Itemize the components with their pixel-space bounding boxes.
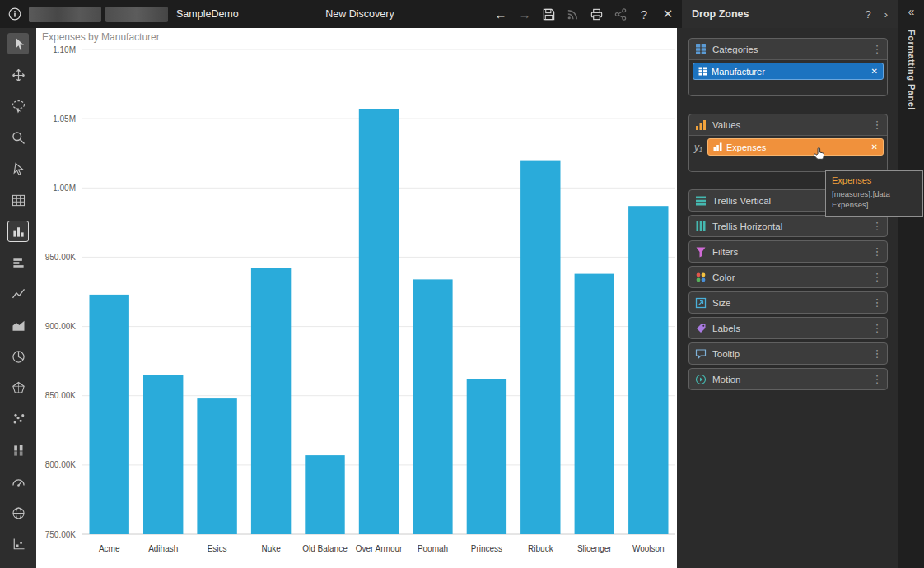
- share-icon[interactable]: [613, 7, 628, 21]
- bar-ribuck[interactable]: [520, 161, 560, 534]
- dropzone-values-header[interactable]: Values⋮: [689, 114, 887, 135]
- chart-canvas[interactable]: Expenses by Manufacturer 1.10M1.05M1.00M…: [36, 28, 677, 568]
- dropzone-size[interactable]: Size⋮: [688, 291, 888, 314]
- kebab-menu-icon[interactable]: ⋮: [871, 347, 883, 360]
- formatting-panel-strip[interactable]: « Formatting Panel: [898, 0, 924, 568]
- dropzones-collapse-icon[interactable]: ›: [884, 8, 888, 21]
- hand-cursor-icon: [811, 146, 827, 165]
- dropzone-color-header[interactable]: Color⋮: [689, 267, 887, 287]
- tooltip-field-name: Expenses: [832, 175, 917, 185]
- x-axis-label: Woolson: [632, 544, 665, 553]
- chip-expenses[interactable]: Expenses✕: [707, 138, 884, 156]
- tool-column-chart-icon[interactable]: [7, 440, 29, 461]
- bar-slicenger[interactable]: [575, 274, 614, 534]
- dropzone-categories[interactable]: Categories⋮Manufacturer✕: [688, 38, 888, 96]
- dropzone-tooltip[interactable]: Tooltip⋮: [688, 342, 888, 365]
- bar-adihash[interactable]: [143, 375, 183, 535]
- dropzone-labels-header[interactable]: Labels⋮: [689, 318, 887, 338]
- bar-acme[interactable]: [90, 295, 129, 534]
- manufacturer-chip-icon: [698, 67, 707, 76]
- field-tooltip: Expenses [measures].[data Expenses]: [825, 170, 923, 217]
- dropzone-color[interactable]: Color⋮: [688, 266, 888, 288]
- tool-radar-chart-icon[interactable]: [7, 377, 29, 398]
- chip-close-icon[interactable]: ✕: [871, 67, 878, 76]
- tool-lasso-icon[interactable]: [7, 95, 29, 117]
- save-icon[interactable]: [541, 7, 556, 21]
- filters-icon: [695, 246, 707, 258]
- x-axis-label: Ribuck: [528, 544, 554, 553]
- tool-area-chart-icon[interactable]: [7, 314, 29, 336]
- kebab-menu-icon[interactable]: ⋮: [871, 245, 883, 258]
- redacted-text: [105, 7, 168, 22]
- kebab-menu-icon[interactable]: ⋮: [871, 43, 883, 55]
- kebab-menu-icon[interactable]: ⋮: [871, 373, 883, 385]
- tool-row-chart-icon[interactable]: [7, 252, 29, 273]
- bar-chart: 1.10M1.05M1.00M950.00K900.00K850.00K800.…: [36, 28, 677, 568]
- dropzones-help-icon[interactable]: ?: [865, 8, 870, 21]
- expand-left-icon[interactable]: «: [908, 5, 915, 18]
- dropzone-labels[interactable]: Labels⋮: [688, 317, 888, 339]
- back-icon[interactable]: ←: [493, 7, 508, 21]
- broadcast-icon[interactable]: [565, 7, 580, 21]
- tool-gauge-chart-icon[interactable]: [7, 471, 29, 492]
- tool-move-icon[interactable]: [7, 64, 29, 86]
- kebab-menu-icon[interactable]: ⋮: [871, 296, 883, 309]
- bar-over-armour[interactable]: [359, 109, 399, 534]
- categories-icon: [695, 44, 707, 55]
- tool-line-chart-icon[interactable]: [7, 283, 29, 305]
- kebab-menu-icon[interactable]: ⋮: [871, 220, 883, 232]
- forward-icon[interactable]: →: [517, 7, 532, 21]
- dropzone-motion-header[interactable]: Motion⋮: [689, 369, 887, 389]
- tool-grid-icon[interactable]: [7, 189, 29, 211]
- y-axis-tick-label: 1.10M: [53, 45, 76, 54]
- dropzone-label: Trellis Horizontal: [712, 221, 866, 231]
- dropzone-label: Values: [712, 120, 866, 130]
- chip-manufacturer[interactable]: Manufacturer✕: [693, 63, 884, 80]
- dropzone-tooltip-header[interactable]: Tooltip⋮: [689, 343, 887, 364]
- tool-scatter-chart-icon[interactable]: [7, 408, 29, 430]
- tool-select-icon[interactable]: [7, 33, 29, 54]
- tooltip-icon: [695, 348, 707, 360]
- dropzone-filters[interactable]: Filters⋮: [688, 240, 888, 263]
- document-title: New Discovery: [325, 8, 394, 20]
- tool-zoom-icon[interactable]: [7, 127, 29, 148]
- x-axis-label: Princess: [471, 544, 502, 553]
- kebab-menu-icon[interactable]: ⋮: [871, 271, 883, 283]
- dropzone-size-header[interactable]: Size⋮: [689, 292, 887, 313]
- bar-princess[interactable]: [467, 379, 506, 535]
- tool-bar-chart-icon[interactable]: [7, 221, 29, 242]
- help-icon[interactable]: ?: [637, 7, 651, 21]
- tool-pointer-icon[interactable]: [7, 158, 29, 179]
- y-axis-tick-label: 850.00K: [45, 391, 77, 400]
- y-axis-tick-label: 1.05M: [53, 114, 76, 123]
- bar-old-balance[interactable]: [305, 455, 344, 534]
- y-axis-tick-label: 900.00K: [45, 322, 77, 331]
- bar-woolson[interactable]: [628, 206, 668, 534]
- info-icon[interactable]: [7, 7, 22, 21]
- tool-map-chart-icon[interactable]: [7, 502, 29, 524]
- bar-esics[interactable]: [197, 398, 236, 534]
- kebab-menu-icon[interactable]: ⋮: [871, 322, 883, 334]
- dropzone-filters-header[interactable]: Filters⋮: [689, 241, 887, 262]
- dropzone-motion[interactable]: Motion⋮: [688, 368, 888, 390]
- close-icon[interactable]: ✕: [660, 7, 675, 21]
- dropzone-values[interactable]: Values⋮y₁Expenses✕: [688, 114, 888, 172]
- dropzone-trellis-horizontal-header[interactable]: Trellis Horizontal⋮: [689, 216, 887, 236]
- chip-label: Expenses: [726, 142, 867, 152]
- dropzone-trellis-horizontal[interactable]: Trellis Horizontal⋮: [688, 215, 888, 237]
- bar-poomah[interactable]: [413, 279, 452, 534]
- dropzone-categories-header[interactable]: Categories⋮: [689, 39, 887, 59]
- bar-nuke[interactable]: [251, 268, 291, 534]
- tool-axis-chart-icon[interactable]: [7, 533, 29, 555]
- app-title: SampleDemo: [176, 8, 239, 20]
- tool-pie-chart-icon[interactable]: [7, 346, 29, 367]
- y-axis-tick-label: 1.00M: [53, 184, 76, 193]
- y-axis-tick-label: 750.00K: [45, 530, 77, 539]
- dropzone-categories-body[interactable]: Manufacturer✕: [689, 59, 887, 95]
- dropzone-values-body[interactable]: y₁Expenses✕: [689, 135, 887, 171]
- x-axis-label: Poomah: [418, 544, 448, 553]
- print-icon[interactable]: [589, 7, 604, 21]
- chip-close-icon[interactable]: ✕: [871, 142, 878, 151]
- titlebar: SampleDemo New Discovery ← → ? ✕: [0, 0, 682, 28]
- kebab-menu-icon[interactable]: ⋮: [871, 119, 883, 131]
